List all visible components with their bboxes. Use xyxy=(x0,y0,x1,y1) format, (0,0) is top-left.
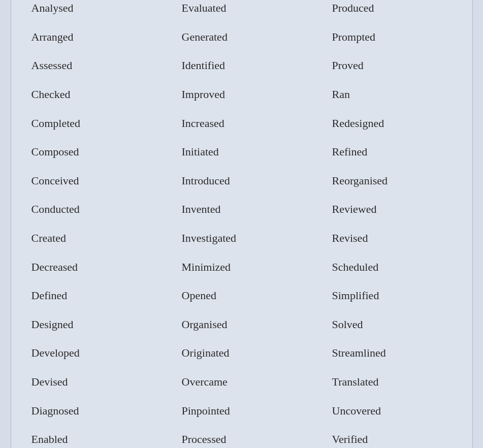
word-item: Devised xyxy=(16,368,167,397)
word-item: Decreased xyxy=(16,253,167,282)
word-item: Generated xyxy=(167,23,317,52)
word-item: Redesigned xyxy=(317,109,467,138)
word-item: Conceived xyxy=(16,167,167,196)
word-item: Verified xyxy=(317,425,467,448)
word-item: Enabled xyxy=(16,425,167,448)
word-item: Increased xyxy=(167,109,317,138)
word-item: Originated xyxy=(167,339,317,368)
word-item: Prompted xyxy=(317,23,467,52)
word-item: Reviewed xyxy=(317,195,467,224)
word-item: Evaluated xyxy=(167,0,317,23)
word-item: Opened xyxy=(167,281,317,310)
word-item: Identified xyxy=(167,51,317,80)
word-item: Conducted xyxy=(16,195,167,224)
word-item: Refined xyxy=(317,138,467,167)
word-item: Designed xyxy=(16,310,167,339)
word-item: Created xyxy=(16,224,167,253)
word-item: Developed xyxy=(16,339,167,368)
word-item: Assessed xyxy=(16,51,167,80)
word-item: Completed xyxy=(16,109,167,138)
word-item: Overcame xyxy=(167,368,317,397)
word-item: Processed xyxy=(167,425,317,448)
word-item: Improved xyxy=(167,80,317,109)
word-item: Checked xyxy=(16,80,167,109)
word-item: Organised xyxy=(167,310,317,339)
word-item: Initiated xyxy=(167,138,317,167)
word-item: Defined xyxy=(16,281,167,310)
word-item: Proved xyxy=(317,51,467,80)
word-item: Invented xyxy=(167,195,317,224)
word-item: Arranged xyxy=(16,23,167,52)
word-item: Streamlined xyxy=(317,339,467,368)
word-item: Translated xyxy=(317,368,467,397)
word-item: Diagnosed xyxy=(16,397,167,426)
word-item: Simplified xyxy=(317,281,467,310)
word-item: Scheduled xyxy=(317,253,467,282)
word-item: Reorganised xyxy=(317,167,467,196)
word-item: Ran xyxy=(317,80,467,109)
word-grid: AnalysedEvaluatedProducedArrangedGenerat… xyxy=(16,0,467,448)
word-list-container: AnalysedEvaluatedProducedArrangedGenerat… xyxy=(11,0,473,448)
word-item: Analysed xyxy=(16,0,167,23)
word-item: Uncovered xyxy=(317,397,467,426)
word-item: Composed xyxy=(16,138,167,167)
word-item: Minimized xyxy=(167,253,317,282)
word-item: Produced xyxy=(317,0,467,23)
word-item: Pinpointed xyxy=(167,397,317,426)
word-item: Investigated xyxy=(167,224,317,253)
word-item: Revised xyxy=(317,224,467,253)
word-item: Solved xyxy=(317,310,467,339)
word-item: Introduced xyxy=(167,167,317,196)
